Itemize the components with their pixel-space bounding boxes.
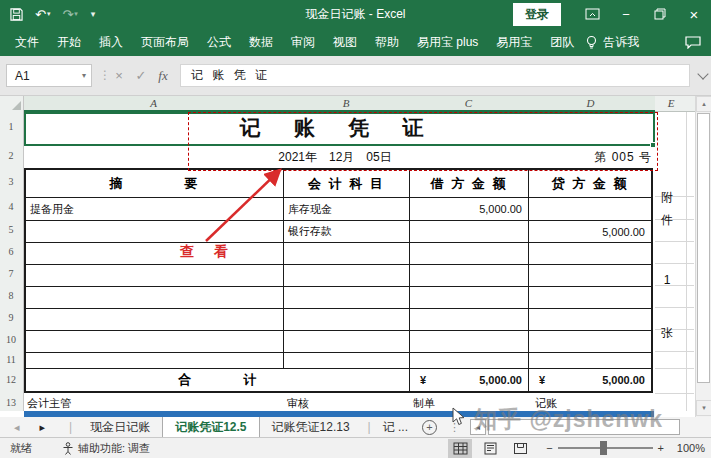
ribbon-tab-home[interactable]: 开始 — [48, 28, 90, 56]
undo-dropdown-icon[interactable]: ▾ — [47, 10, 51, 18]
ribbon-tab-insert[interactable]: 插入 — [90, 28, 132, 56]
normal-view-button[interactable] — [448, 439, 472, 458]
ribbon-tab-data[interactable]: 数据 — [240, 28, 282, 56]
cell-empty[interactable] — [529, 243, 651, 264]
header-cell-credit[interactable]: 贷 方 金 额 — [529, 170, 651, 197]
row-header-1[interactable]: 1 — [0, 121, 22, 132]
column-header-c[interactable]: C — [409, 97, 528, 109]
save-icon[interactable] — [10, 8, 23, 21]
sheet-tab-cash-journal[interactable]: 现金日记账 — [78, 417, 162, 437]
cell-empty[interactable] — [529, 309, 651, 330]
restore-button[interactable] — [643, 0, 677, 28]
cell-empty[interactable] — [410, 309, 529, 330]
login-button[interactable]: 登录 — [513, 3, 561, 26]
cell-empty[interactable] — [410, 331, 529, 352]
undo-button[interactable]: ↶▾ — [35, 7, 50, 22]
cell-empty[interactable] — [26, 265, 284, 286]
cell-credit[interactable]: 5,000.00 — [529, 221, 651, 242]
total-credit-cell[interactable]: ¥ 5,000.00 — [529, 369, 651, 391]
cell-empty[interactable] — [529, 265, 651, 286]
sheet-tab-truncated[interactable]: 记 ... — [377, 417, 414, 437]
redo-button[interactable]: ↷▾ — [62, 7, 77, 22]
page-layout-view-button[interactable] — [478, 439, 502, 458]
total-label-cell[interactable]: 合 计 — [26, 369, 410, 391]
ribbon-display-options-button[interactable] — [575, 0, 609, 28]
zoom-slider-thumb[interactable] — [600, 441, 607, 455]
ribbon-tab-review[interactable]: 审阅 — [282, 28, 324, 56]
select-all-button[interactable] — [0, 96, 24, 112]
cell-empty[interactable] — [284, 287, 410, 308]
vertical-scrollbar[interactable]: ▴ ▾ — [695, 96, 711, 417]
cell-empty[interactable] — [26, 331, 284, 352]
cell-summary[interactable]: 提备用金 — [26, 198, 284, 220]
zoom-level[interactable]: 100% — [669, 442, 705, 454]
ribbon-tab-yiyongbao-plus[interactable]: 易用宝 plus — [408, 28, 487, 56]
tell-me-box[interactable]: 告诉我 — [594, 28, 648, 56]
cell-empty[interactable] — [410, 243, 529, 264]
cell-account[interactable]: 库存现金 — [284, 198, 410, 220]
scroll-up-icon[interactable]: ▴ — [696, 96, 711, 112]
cell-debit[interactable]: 5,000.00 — [410, 198, 529, 220]
header-cell-summary[interactable]: 摘 要 — [26, 170, 284, 197]
zoom-out-button[interactable]: − — [546, 442, 552, 454]
row-header-4[interactable]: 4 — [0, 201, 22, 212]
sheet-tab-voucher-12-13[interactable]: 记账凭证12.13 — [260, 417, 362, 437]
row-header-6[interactable]: 6 — [0, 246, 22, 257]
minimize-button[interactable]: − — [609, 0, 643, 28]
cell-empty[interactable] — [26, 243, 284, 264]
header-cell-account[interactable]: 会 计 科 目 — [284, 170, 410, 197]
comments-icon[interactable] — [685, 36, 701, 49]
cell-empty[interactable] — [26, 287, 284, 308]
ribbon-tab-file[interactable]: 文件 — [6, 28, 48, 56]
confirm-entry-button[interactable]: ✓ — [130, 64, 152, 87]
zoom-slider-track[interactable] — [558, 447, 653, 449]
name-box[interactable]: A1 ▾ — [6, 64, 92, 87]
redo-dropdown-icon[interactable]: ▾ — [74, 10, 78, 18]
total-debit-cell[interactable]: ¥ 5,000.00 — [410, 369, 529, 391]
cell-empty[interactable] — [529, 331, 651, 352]
name-box-dropdown-icon[interactable]: ▾ — [82, 71, 86, 80]
cell-empty[interactable] — [284, 331, 410, 352]
cell-empty[interactable] — [284, 309, 410, 330]
header-cell-debit[interactable]: 借 方 金 额 — [410, 170, 529, 197]
cell-empty[interactable] — [410, 287, 529, 308]
sheet-tab-voucher-12-5[interactable]: 记账凭证12.5 — [162, 417, 259, 437]
cancel-entry-button[interactable]: × — [108, 64, 130, 87]
new-sheet-button[interactable]: + — [422, 420, 437, 435]
ribbon-tab-team[interactable]: 团队 — [541, 28, 583, 56]
cell-debit[interactable] — [410, 221, 529, 242]
row-header-3[interactable]: 3 — [0, 176, 22, 187]
signature-accounting-supervisor[interactable]: 会计主管 — [27, 396, 71, 411]
close-button[interactable]: × — [677, 0, 711, 28]
insert-function-button[interactable]: fx — [152, 64, 174, 87]
signature-reviewer[interactable]: 审核 — [287, 396, 309, 411]
cell-empty[interactable] — [26, 309, 284, 330]
row-header-12[interactable]: 12 — [0, 374, 22, 385]
column-header-d[interactable]: D — [528, 97, 653, 109]
cell-empty[interactable] — [284, 243, 410, 264]
vertical-scrollbar-thumb[interactable] — [697, 113, 710, 383]
zoom-in-button[interactable]: + — [658, 442, 664, 454]
worksheet-grid[interactable]: A B C D E 1 2 3 4 5 6 7 8 9 10 11 12 13 — [0, 96, 711, 417]
cell-empty[interactable] — [284, 353, 410, 368]
cell-summary[interactable] — [26, 221, 284, 242]
ribbon-tab-yiyongbao[interactable]: 易用宝 — [487, 28, 541, 56]
prev-sheet-icon[interactable]: ◂ — [14, 421, 20, 434]
scroll-down-icon[interactable]: ▾ — [696, 400, 711, 416]
cell-empty[interactable] — [410, 265, 529, 286]
column-header-b[interactable]: B — [283, 97, 409, 109]
row-header-7[interactable]: 7 — [0, 268, 22, 279]
cell-empty[interactable] — [529, 353, 651, 368]
signature-preparer[interactable]: 制单 — [413, 396, 435, 411]
accessibility-status[interactable]: 辅助功能: 调查 — [62, 441, 150, 456]
column-header-a[interactable]: A — [24, 97, 283, 109]
row-header-13[interactable]: 13 — [0, 397, 22, 408]
ribbon-tab-page-layout[interactable]: 页面布局 — [132, 28, 198, 56]
cell-account[interactable]: 银行存款 — [284, 221, 410, 242]
page-break-view-button[interactable] — [508, 439, 532, 458]
next-sheet-icon[interactable]: ▸ — [40, 421, 46, 434]
column-header-e[interactable]: E — [653, 97, 689, 109]
customize-qat-button[interactable]: ▾ — [90, 9, 96, 19]
cell-empty[interactable] — [284, 265, 410, 286]
ribbon-tab-help[interactable]: 帮助 — [366, 28, 408, 56]
